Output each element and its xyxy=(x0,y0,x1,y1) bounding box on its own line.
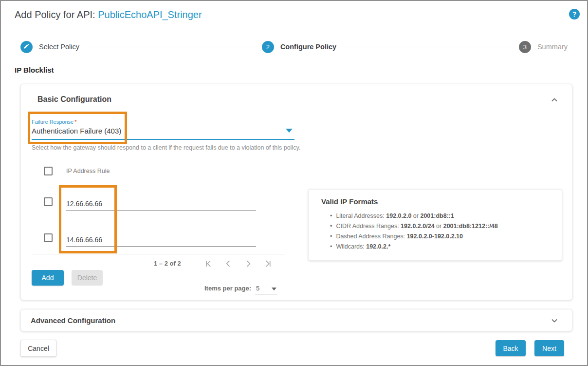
pagination-range-label: 1 – 2 of 2 xyxy=(154,260,181,267)
required-asterisk: * xyxy=(74,119,76,125)
expand-down-icon[interactable] xyxy=(550,316,559,326)
first-page-icon[interactable] xyxy=(203,259,213,269)
step-2-circle[interactable]: 2 xyxy=(262,41,274,53)
list-item: CIDR Address Ranges: 192.0.2.0/24 or 200… xyxy=(330,221,498,231)
table-divider xyxy=(32,183,285,183)
wizard-stepper: Select Policy 2 Configure Policy 3 Summa… xyxy=(20,40,568,53)
items-per-page-value: 5 xyxy=(256,285,259,292)
api-name: PublicEchoAPI_Stringer xyxy=(98,9,202,20)
advanced-configuration-panel[interactable]: Advanced Configuration xyxy=(20,309,572,331)
list-item: Dashed Address Ranges: 192.0.2.0-192.0.2… xyxy=(330,231,498,242)
valid-ip-formats-list: Literal Addresses: 192.0.2.0 or 2001:db8… xyxy=(330,211,498,252)
advanced-configuration-title: Advanced Configuration xyxy=(31,316,115,325)
items-per-page-select[interactable]: 5 xyxy=(255,284,277,294)
pencil-icon xyxy=(23,43,30,51)
items-per-page: Items per page: 5 xyxy=(204,284,277,294)
dropdown-caret-icon[interactable] xyxy=(286,129,293,133)
select-all-checkbox[interactable] xyxy=(44,167,53,175)
list-item: Wildcards: 192.0.2.* xyxy=(330,242,498,252)
row-2-checkbox[interactable] xyxy=(44,233,53,242)
step-1-circle[interactable] xyxy=(20,41,33,53)
table-divider xyxy=(32,254,285,254)
step-1-label[interactable]: Select Policy xyxy=(39,43,79,51)
page-title-prefix: Add Policy for API: xyxy=(15,9,95,20)
ip-address-rule-column-header: IP Address Rule xyxy=(66,168,110,174)
step-3-circle[interactable]: 3 xyxy=(519,41,531,53)
back-button[interactable]: Back xyxy=(496,340,526,356)
items-per-page-label: Items per page: xyxy=(204,284,251,292)
valid-ip-formats-title: Valid IP Formats xyxy=(321,197,378,206)
stepper-connector xyxy=(86,47,255,47)
stepper-connector xyxy=(343,47,512,47)
delete-button[interactable]: Delete xyxy=(72,270,103,286)
cancel-button[interactable]: Cancel xyxy=(20,340,56,357)
ip-rule-input-2[interactable] xyxy=(66,233,256,247)
collapse-up-icon[interactable] xyxy=(550,95,559,105)
add-policy-page: Add Policy for API: PublicEchoAPI_String… xyxy=(0,0,588,366)
policy-name-heading: IP Blocklist xyxy=(15,66,54,74)
step-2-label: Configure Policy xyxy=(280,43,336,51)
add-button[interactable]: Add xyxy=(32,270,64,286)
table-divider xyxy=(32,220,285,220)
row-1-checkbox[interactable] xyxy=(44,197,53,206)
previous-page-icon[interactable] xyxy=(223,259,233,269)
last-page-icon[interactable] xyxy=(263,259,273,269)
list-item: Literal Addresses: 192.0.2.0 or 2001:db8… xyxy=(330,211,498,221)
step-3-label: Summary xyxy=(537,43,568,51)
failure-response-helper-text: Select how the gateway should respond to… xyxy=(32,144,300,151)
dropdown-caret-icon xyxy=(272,288,276,290)
next-page-icon[interactable] xyxy=(243,259,253,269)
paginator xyxy=(203,259,273,269)
next-button[interactable]: Next xyxy=(534,340,564,356)
failure-response-select[interactable]: Authentication Failure (403) xyxy=(32,127,121,135)
ip-rule-input-1[interactable] xyxy=(66,197,256,211)
basic-configuration-title: Basic Configuration xyxy=(37,95,111,104)
basic-configuration-panel: Basic Configuration Failure Response* Au… xyxy=(20,84,572,300)
failure-response-underline xyxy=(32,139,294,140)
valid-ip-formats-panel: Valid IP Formats Literal Addresses: 192.… xyxy=(308,189,562,261)
help-icon[interactable]: ? xyxy=(569,9,580,19)
page-title: Add Policy for API: PublicEchoAPI_String… xyxy=(15,9,202,20)
failure-response-label: Failure Response* xyxy=(32,119,77,125)
